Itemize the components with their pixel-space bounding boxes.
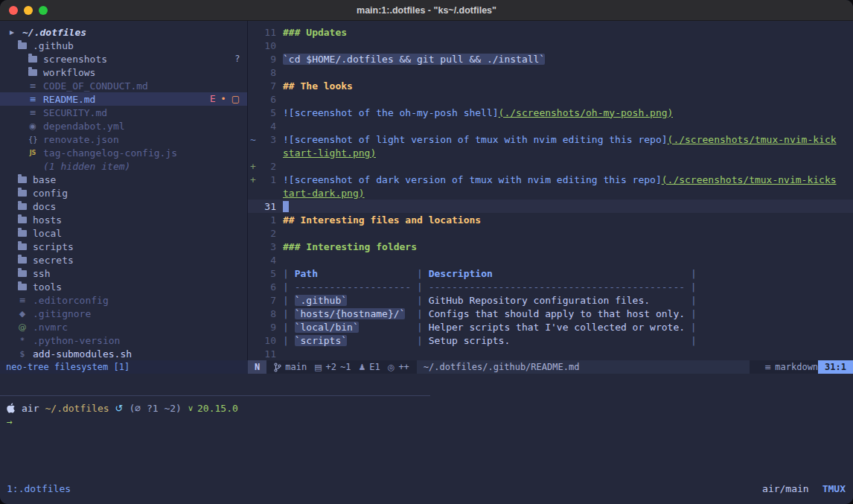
tree-item[interactable]: ≡README.mdE•▢	[0, 92, 247, 106]
editor-line[interactable]: 11### Updates	[248, 25, 853, 39]
editor-line[interactable]: 10| `scripts` | Setup scripts. |	[248, 334, 853, 347]
editor-line[interactable]: 4	[248, 253, 853, 267]
tree-item[interactable]: docs	[0, 200, 247, 213]
prompt-node-segment: ∨ 20.15.0	[188, 403, 238, 414]
tree-item-label: local	[33, 228, 62, 239]
tree-item[interactable]: .github	[0, 39, 247, 52]
tree-item[interactable]: base	[0, 173, 247, 186]
prompt-host: air	[22, 403, 39, 414]
tree-item[interactable]: config	[0, 186, 247, 200]
tree-item[interactable]: {}renovate.json	[0, 133, 247, 146]
tree-item[interactable]: local	[0, 226, 247, 240]
tree-item-label: (1 hidden item)	[43, 161, 130, 172]
prompt-input-line[interactable]: →	[7, 415, 853, 428]
tree-item-label: tag-changelog-config.js	[43, 147, 177, 159]
editor-line[interactable]: 8| `hosts/{hostname}/` | Configs that sh…	[248, 307, 853, 320]
tree-item[interactable]: tools	[0, 280, 247, 293]
editor-line[interactable]: 6| -------------------- | --------------…	[248, 280, 853, 293]
text-segment: (./screenshots/tmux-nvim-kick	[668, 134, 837, 145]
tree-item[interactable]: (1 hidden item)	[0, 159, 247, 173]
diff-icon: ▤	[314, 363, 322, 372]
line-number: 10	[258, 335, 276, 346]
text-segment: |	[283, 268, 295, 279]
line-number: 1	[258, 174, 276, 185]
close-button[interactable]	[9, 6, 18, 15]
editor-line[interactable]: 7| `.github` | GitHub Repository configu…	[248, 293, 853, 307]
tree-item[interactable]: ≡.editorconfig	[0, 293, 247, 307]
tree-item-label: .github	[33, 40, 74, 51]
tmux-status-right: air/main TMUX	[762, 483, 846, 494]
tree-item[interactable]: ◆.gitignore	[0, 307, 247, 320]
line-text: | `hosts/{hostname}/` | Configs that sho…	[283, 308, 697, 319]
tree-item-label: docs	[33, 201, 56, 212]
shell-pane[interactable]: air ~/.dotfiles ↺ (⌀ ?1 ~2) ∨ 20.15.0 → …	[0, 374, 853, 504]
tmux-window-item[interactable]: 1:.dotfiles	[7, 483, 71, 494]
tree-item[interactable]: JStag-changelog-config.js	[0, 146, 247, 159]
tree-item[interactable]: ◉dependabot.yml	[0, 119, 247, 133]
tree-item[interactable]: workflows	[0, 66, 247, 79]
editor-line[interactable]: 7## The looks	[248, 79, 853, 92]
gear-icon: ≡	[18, 296, 27, 305]
editor-line[interactable]: ~3![screenshot of light version of tmux …	[248, 133, 853, 146]
tree-item[interactable]: hosts	[0, 213, 247, 226]
editor-line[interactable]: +2	[248, 159, 853, 173]
diff-stats: ▤ +2 ~1	[314, 360, 351, 374]
editor-line[interactable]: 9| `local/bin` | Helper scripts that I'v…	[248, 320, 853, 334]
editor-line[interactable]: 3### Interesting folders	[248, 240, 853, 253]
line-text: | `local/bin` | Helper scripts that I've…	[283, 322, 697, 333]
line-number: 2	[258, 228, 276, 239]
tree-item-label: hosts	[33, 214, 62, 226]
text-segment: |	[318, 268, 429, 279]
diff-added: +2	[326, 362, 336, 372]
editor-line[interactable]: 9`cd $HOME/.dotfiles && git pull && ./in…	[248, 52, 853, 66]
editor-line[interactable]: 8	[248, 66, 853, 79]
cursor	[283, 201, 289, 212]
folder-icon	[18, 243, 27, 250]
editor-line[interactable]: 5| Path | Description |	[248, 267, 853, 280]
traffic-lights	[9, 0, 48, 21]
editor-line[interactable]: 6	[248, 92, 853, 106]
mode-indicator: N	[248, 360, 266, 374]
editor-line[interactable]: 1## Interesting files and locations	[248, 213, 853, 226]
tree-item[interactable]: ≡CODE_OF_CONDUCT.md	[0, 79, 247, 92]
editor-line[interactable]: tart-dark.png)	[248, 186, 853, 200]
editor-line[interactable]: 11	[248, 347, 853, 360]
line-text: | `scripts` | Setup scripts. |	[283, 335, 697, 346]
text-segment: |	[405, 308, 428, 319]
editor-pane[interactable]: 11### Updates109`cd $HOME/.dotfiles && g…	[248, 21, 853, 360]
js-icon: JS	[28, 150, 37, 156]
text-segment: tart-dark.png)	[283, 188, 365, 199]
tree-item[interactable]: screenshots?	[0, 52, 247, 66]
text-segment: |	[685, 322, 697, 333]
tree-item[interactable]: ssh	[0, 267, 247, 280]
editor-line[interactable]: 4	[248, 119, 853, 133]
editor-line[interactable]: +1![screenshot of dark version of tmux w…	[248, 173, 853, 186]
gutter-sign: +	[248, 174, 258, 185]
editor-line[interactable]: 10	[248, 39, 853, 52]
tree-item[interactable]: *.python-version	[0, 334, 247, 347]
line-number: 10	[258, 40, 276, 51]
zoom-button[interactable]	[39, 6, 48, 15]
editor-line[interactable]: 2	[248, 226, 853, 240]
folder-icon	[28, 56, 37, 63]
tree-item[interactable]: ≡SECURITY.md	[0, 106, 247, 119]
tree-item[interactable]: @.nvmrc	[0, 320, 247, 334]
minimize-button[interactable]	[24, 6, 33, 15]
tree-item[interactable]: ▸~/.dotfiles	[0, 25, 247, 39]
line-number: 8	[258, 308, 276, 319]
lualine: N main ▤ +2 ~1 ♟ E1 ◎ ++ ~/.dotfiles/.gi…	[248, 360, 853, 374]
editor-line[interactable]: start-light.png)	[248, 146, 853, 159]
neo-tree-sidebar[interactable]: ▸~/.dotfiles.githubscreenshots?workflows…	[0, 21, 248, 360]
tree-item-label: workflows	[43, 67, 95, 78]
diagnostics: ♟ E1	[358, 360, 380, 374]
text-segment: ## The looks	[283, 80, 353, 92]
tree-item[interactable]: $add-submodules.sh	[0, 347, 247, 360]
editor-line[interactable]: 5![screenshot of the oh-my-posh shell](.…	[248, 106, 853, 119]
text-segment: ## Interesting files and locations	[283, 214, 481, 226]
tmux-pane-divider	[0, 395, 430, 396]
tree-item[interactable]: scripts	[0, 240, 247, 253]
line-text: ## Interesting files and locations	[283, 214, 481, 226]
tree-item[interactable]: secrets	[0, 253, 247, 267]
text-segment: start-light.png)	[283, 147, 376, 159]
editor-line[interactable]: 31	[248, 200, 853, 213]
